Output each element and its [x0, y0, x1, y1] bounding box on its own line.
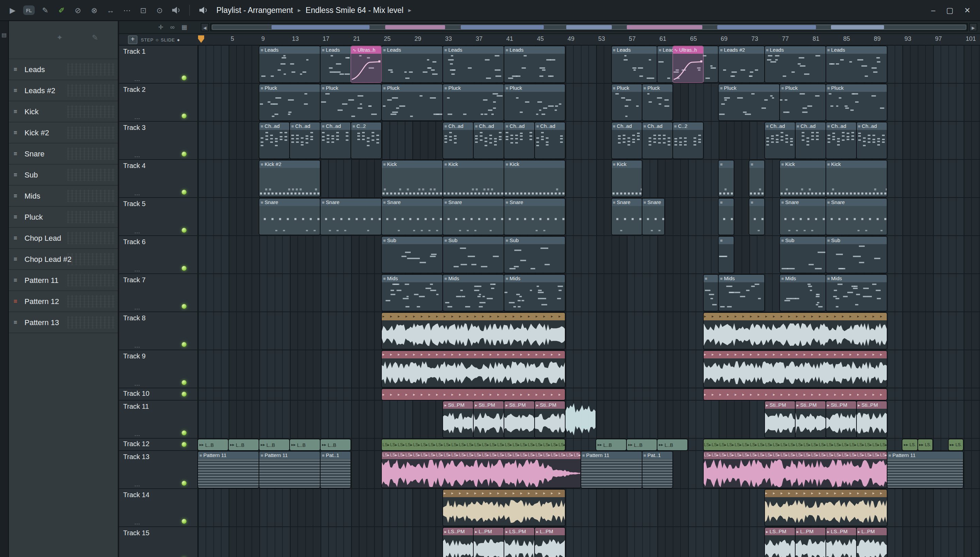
- playlist-clip[interactable]: ≡Pattern 11: [259, 451, 320, 488]
- playlist-clip[interactable]: ≡Ch..ad: [795, 122, 825, 158]
- playlist-clip[interactable]: ≡Pluck: [719, 84, 779, 121]
- playlist-clip[interactable]: ≡Kick: [780, 161, 825, 197]
- sidebar-item-mids[interactable]: ≡Mids: [9, 186, 118, 207]
- playlist-clip[interactable]: ≡Snare: [642, 199, 665, 235]
- playlist-clip[interactable]: ▸▸▸▸▸▸▸▸▸▸▸▸▸▸▸▸▸▸▸▸▸▸▸▸: [382, 351, 565, 387]
- breadcrumb-arrangement-name[interactable]: Endless Smile 64 - Mix level: [305, 6, 403, 14]
- playlist-clip[interactable]: ≡Leads: [443, 46, 504, 82]
- playlist-clip[interactable]: ≡Kick: [443, 161, 504, 197]
- playlist-clip[interactable]: ▸▸L..B: [229, 439, 259, 450]
- playlist-clip[interactable]: LS▸LS▸LS▸LS▸LS▸LS▸LS▸LS▸LS▸LS▸LS▸LS▸LS▸L…: [382, 451, 580, 488]
- track-head[interactable]: Track 12: [119, 439, 198, 450]
- track-lane[interactable]: ≡Snare≡Snare≡Snare≡Snare≡Snare≡Snare≡Sna…: [198, 198, 980, 235]
- playlist-clip[interactable]: ≡Snare: [611, 199, 642, 235]
- mute-led[interactable]: [182, 519, 186, 524]
- playlist-clip[interactable]: ≡Sub: [780, 237, 825, 273]
- playlist-clip[interactable]: ≡Leads: [764, 46, 825, 82]
- mute-led[interactable]: [182, 190, 186, 194]
- playlist-clip[interactable]: ≡Snare: [259, 199, 320, 235]
- playlist-clip[interactable]: ≡Ch..ad: [856, 122, 887, 158]
- playlist-clip[interactable]: ≡Leads: [504, 46, 565, 82]
- playlist-clip[interactable]: ▸▸L..B: [259, 439, 289, 450]
- track-head[interactable]: Track 1…: [119, 46, 198, 83]
- playlist-clip[interactable]: ≡Mids: [443, 275, 504, 311]
- track-lane[interactable]: ▸▸▸▸▸▸▸▸▸▸▸▸▸▸▸▸▸▸▸▸▸▸▸▸▸▸▸▸▸▸▸▸▸▸▸▸▸▸▸▸…: [198, 350, 980, 388]
- playlist-clip[interactable]: ▸▸L..B: [657, 439, 688, 450]
- delete-tool-icon[interactable]: ⊘: [72, 5, 84, 16]
- playlist-clip[interactable]: ≡Mids: [826, 275, 887, 311]
- playlist-clip[interactable]: ≡Snare: [826, 199, 887, 235]
- mute-led[interactable]: [182, 151, 186, 156]
- playlist-clip[interactable]: ▸Sti..PM: [504, 401, 534, 437]
- track-lane[interactable]: ▸▸▸▸▸▸▸▸▸▸▸▸▸▸▸▸▸▸▸▸▸▸▸▸▸▸▸▸▸▸▸▸: [198, 489, 980, 526]
- playlist-speaker-icon[interactable]: [198, 5, 209, 16]
- mute-led[interactable]: [182, 75, 186, 80]
- playhead-marker[interactable]: [198, 35, 204, 43]
- playlist-clip[interactable]: ≡: [703, 275, 718, 311]
- playlist-clip[interactable]: ▸▸▸▸▸▸▸▸▸▸▸▸▸▸▸▸▸▸▸▸▸▸▸▸: [703, 389, 887, 400]
- playlist-clip[interactable]: ▸▸▸▸▸▸▸▸▸▸▸▸▸▸▸▸▸▸▸▸▸▸▸▸: [703, 351, 887, 387]
- track-lane[interactable]: ▸Sti..PM▸Sti..PM▸Sti..PM▸Sti..PM▸Sti..PM…: [198, 401, 980, 438]
- playlist-clip[interactable]: ▸▸LS.: [902, 439, 917, 450]
- playlist-clip[interactable]: ≡Ch..ad: [826, 122, 856, 158]
- preview-speaker-icon[interactable]: [170, 5, 182, 16]
- playlist-clip[interactable]: ≡: [719, 161, 733, 197]
- playlist-clip[interactable]: ▸L..PM: [795, 528, 825, 557]
- playlist-clip[interactable]: ∿Ultras..h: [673, 46, 703, 82]
- playlist-clip[interactable]: ≡Mids: [504, 275, 565, 311]
- playlist-clip[interactable]: ▸Sti..PM: [795, 401, 825, 437]
- playlist-clip[interactable]: ≡Snare: [780, 199, 825, 235]
- sidebar-item-leads[interactable]: ≡Leads: [9, 59, 118, 80]
- playlist-clip[interactable]: ▸LS..PM: [764, 528, 795, 557]
- playlist-clip[interactable]: ▸Sti..PM: [764, 401, 795, 437]
- playlist-clip[interactable]: ≡Kick #2: [259, 161, 320, 197]
- playlist-clip[interactable]: ≡Pattern 11: [198, 451, 259, 488]
- playlist-clip[interactable]: ▸▸L..B: [320, 439, 351, 450]
- playlist-clip[interactable]: ≡: [719, 237, 733, 273]
- track-lane[interactable]: ▸▸▸▸▸▸▸▸▸▸▸▸▸▸▸▸▸▸▸▸▸▸▸▸▸▸▸▸▸▸▸▸▸▸▸▸▸▸▸▸…: [198, 388, 980, 400]
- playlist-clip[interactable]: ≡Pluck: [780, 84, 825, 121]
- playlist-clip[interactable]: ≡Ch..ad: [290, 122, 320, 158]
- playlist-clip[interactable]: ≡Pluck: [443, 84, 504, 121]
- sidebar-item-pluck[interactable]: ≡Pluck: [9, 207, 118, 228]
- playlist-clip[interactable]: ≡Ch..ad: [535, 122, 565, 158]
- playlist-clip[interactable]: ≡Ch..ad: [611, 122, 642, 158]
- track-lane[interactable]: ≡Mids≡Mids≡Mids≡≡Mids≡Mids≡Mids: [198, 274, 980, 311]
- playlist-clip[interactable]: ≡Ch..ad: [259, 122, 289, 158]
- playlist-clip[interactable]: ≡Pat..1: [320, 451, 351, 488]
- playlist-clip[interactable]: ▸▸▸▸▸▸▸▸▸▸▸▸▸▸▸▸▸▸▸▸▸▸▸▸: [382, 313, 565, 349]
- playlist-clip[interactable]: ▸▸L..B: [198, 439, 228, 450]
- playlist-clip[interactable]: ▸LS..PM: [443, 528, 473, 557]
- playlist-clip[interactable]: [565, 401, 596, 437]
- scroll-left-button[interactable]: ◀: [201, 23, 209, 31]
- playlist-clip[interactable]: ≡Mids: [719, 275, 764, 311]
- playlist-clip[interactable]: ≡Kick: [504, 161, 565, 197]
- track-head[interactable]: Track 8…: [119, 312, 198, 350]
- playlist-clip[interactable]: ≡Ch..ad: [642, 122, 672, 158]
- link-icon[interactable]: ∞: [170, 24, 175, 31]
- mute-led[interactable]: [182, 228, 186, 233]
- track-lane[interactable]: ≡Kick #2≡Kick≡Kick≡Kick≡Kick≡≡≡Kick≡Kick: [198, 160, 980, 197]
- playlist-clip[interactable]: ≡Pattern 11: [887, 451, 963, 488]
- playlist-minimap[interactable]: ◀ ▶: [201, 23, 977, 31]
- sparkle-icon[interactable]: ✦: [57, 33, 63, 42]
- fl-studio-logo-icon[interactable]: FL: [23, 5, 35, 15]
- playlist-clip[interactable]: ≡Pluck: [642, 84, 672, 121]
- track-lane[interactable]: ≡Sub≡Sub≡Sub≡≡Sub≡Sub: [198, 236, 980, 274]
- grid-view-icon[interactable]: ▦: [181, 24, 187, 31]
- sidebar-item-pattern-12[interactable]: ≡Pattern 12: [9, 291, 118, 312]
- playlist-clip[interactable]: ▸▸L..B: [627, 439, 657, 450]
- playlist-clip[interactable]: ▸▸▸▸▸▸▸▸▸▸▸▸▸▸▸▸▸▸▸▸▸▸▸▸: [703, 313, 887, 349]
- playlist-clip[interactable]: ≡Pattern 11: [581, 451, 642, 488]
- collapse-panel-icon[interactable]: ▤: [2, 32, 7, 38]
- playlist-clip[interactable]: ≡Leads: [826, 46, 887, 82]
- track-head[interactable]: Track 14…: [119, 489, 198, 526]
- mute-led[interactable]: [182, 442, 186, 447]
- track-lane[interactable]: ▸▸▸▸▸▸▸▸▸▸▸▸▸▸▸▸▸▸▸▸▸▸▸▸▸▸▸▸▸▸▸▸▸▸▸▸▸▸▸▸…: [198, 312, 980, 350]
- playlist-clip[interactable]: ≡Snare: [320, 199, 381, 235]
- mute-led[interactable]: [182, 114, 186, 118]
- playlist-clip[interactable]: ≡: [749, 161, 764, 197]
- playlist-clip[interactable]: ≡Pluck: [259, 84, 320, 121]
- track-head[interactable]: Track 15…: [119, 527, 198, 557]
- playlist-clip[interactable]: ▸Sti..PM: [535, 401, 565, 437]
